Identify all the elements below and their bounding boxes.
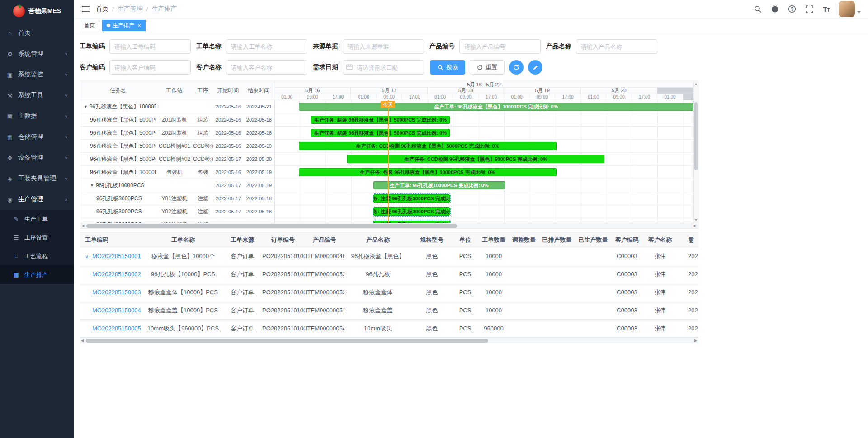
- table-horizontal-scrollbar[interactable]: ◀ ▶: [80, 338, 698, 343]
- tab-1[interactable]: 生产排产 ×: [102, 20, 146, 31]
- sidebar-item-home[interactable]: ⌂ 首页: [0, 23, 74, 43]
- sidebar-toggle-icon[interactable]: [80, 3, 91, 15]
- refresh-schedule-button[interactable]: [509, 60, 524, 75]
- breadcrumb-home[interactable]: 首页: [96, 5, 108, 13]
- gantt-bar-task[interactable]: 生产任务: CCD检测 96孔移液盒【黑色】5000PCS 完成比例: 0%: [347, 155, 604, 163]
- sidebar-item-fixture[interactable]: ◈ 工装夹具管理 ∨: [0, 168, 74, 189]
- gantt-bar-task[interactable]: 生产任务: 组装 96孔移液盒【黑色】5000PCS 完成比例: 0%: [311, 116, 450, 124]
- order-row[interactable]: MO202205150002 96孔孔板【10000】PCS客户订单PO2022…: [80, 265, 698, 283]
- customer-name-input[interactable]: [226, 60, 307, 75]
- help-icon[interactable]: ?: [787, 4, 797, 14]
- filter-field-customer-name: 客户名称: [196, 60, 307, 75]
- gantt-task-row[interactable]: 96孔移液盒【黑色】5000PCS CCD检测#01 CCD检测 2022-05…: [80, 140, 274, 153]
- scroll-left-icon[interactable]: ◀: [80, 338, 85, 343]
- orders-col-1: 工单名称: [143, 233, 223, 247]
- order-row[interactable]: MO202205150003 移液盒盒体【10000】PCS客户订单PO2022…: [80, 283, 698, 301]
- font-size-icon[interactable]: TT: [821, 4, 831, 14]
- work-order-link[interactable]: MO202205150003: [92, 289, 141, 296]
- sidebar-item-production[interactable]: ◉ 生产管理 ∧: [0, 189, 74, 210]
- work-order-link[interactable]: MO202205150005: [92, 325, 141, 332]
- order-row[interactable]: MO202205150005 10mm吸头【960000】PCS客户订单PO20…: [80, 320, 698, 338]
- filter-field-source-document: 来源单据: [313, 39, 424, 54]
- gantt-bar-task[interactable]: 生产任务: 注塑 96孔孔板3000PCS 完成比例: 0%: [373, 207, 450, 216]
- sidebar-item-master-data[interactable]: ▤ 主数据 ∨: [0, 106, 74, 127]
- customer-code-input[interactable]: [109, 60, 191, 75]
- expand-chevron-icon[interactable]: ∨: [85, 254, 92, 259]
- work-order-code-input[interactable]: [109, 39, 191, 54]
- search-button[interactable]: 搜索: [430, 60, 465, 75]
- scroll-left-icon[interactable]: ◀: [80, 223, 85, 229]
- breadcrumb-scheduling: 生产排产: [151, 5, 177, 13]
- sidebar-subitem-scheduling[interactable]: ▦ 生产排产: [0, 265, 74, 284]
- work-order-link[interactable]: MO202205150001: [92, 253, 141, 259]
- edit-schedule-button[interactable]: [528, 60, 542, 75]
- gantt-bar-order[interactable]: 生产工单: 96孔孔板10000PCS 完成比例: 0%: [373, 181, 505, 189]
- scroll-up-icon[interactable]: ▲: [694, 81, 698, 87]
- scroll-right-icon[interactable]: ▶: [693, 338, 698, 343]
- collapse-triangle-icon[interactable]: ▼: [84, 104, 88, 109]
- tab-0[interactable]: 首页: [80, 20, 99, 31]
- filter-field-product-code: 产品编号: [429, 39, 541, 54]
- sidebar-item-system-monitor[interactable]: ▣ 系统监控 ∨: [0, 64, 74, 85]
- scrollbar-thumb[interactable]: [86, 339, 488, 343]
- order-row[interactable]: ∨MO202205150001 移液盒【黑色】10000个客户订单PO20220…: [80, 247, 698, 265]
- gantt-chart-row: 生产任务: 组装 96孔移液盒【黑色】5000PCS 完成比例: 0%: [274, 113, 693, 127]
- close-icon[interactable]: ×: [137, 23, 141, 28]
- sidebar-item-equipment[interactable]: ❖ 设备管理 ∨: [0, 147, 74, 168]
- gantt-vertical-scrollbar[interactable]: ▲ ▼: [693, 81, 698, 223]
- fullscreen-icon[interactable]: [804, 4, 814, 14]
- collapse-triangle-icon[interactable]: ▼: [90, 183, 94, 188]
- product-name-input[interactable]: [576, 39, 657, 54]
- github-icon[interactable]: [770, 4, 780, 14]
- product-code-input[interactable]: [459, 39, 541, 54]
- filter-field-work-order-name: 工单名称: [196, 39, 307, 54]
- gantt-bar-task[interactable]: 生产任务: CCD检测 96孔移液盒【黑色】5000PCS 完成比例: 0%: [299, 142, 556, 150]
- gantt-task-row[interactable]: ▼ 96孔孔板10000PCS 2022-05-17 2022-05-19: [80, 179, 274, 192]
- gantt-chart-row: 生产任务: CCD检测 96孔移液盒【黑色】5000PCS 完成比例: 0%: [274, 153, 693, 166]
- sidebar-item-system-settings[interactable]: ⚙ 系统管理 ∨: [0, 43, 74, 64]
- reset-button[interactable]: 重置: [470, 60, 505, 75]
- gantt-task-row[interactable]: 96孔移液盒【黑色】5000PCS Z01组装机 组装 2022-05-16 2…: [80, 113, 274, 127]
- sidebar-subitem-process-settings[interactable]: ☰ 工序设置: [0, 228, 74, 247]
- sidebar-item-warehouse[interactable]: ▦ 仓储管理 ∨: [0, 127, 74, 147]
- demand-date-input[interactable]: [343, 60, 424, 75]
- fixture-icon: ◈: [6, 175, 14, 182]
- order-row[interactable]: MO202205150004 移液盒盒盖【10000】PCS客户订单PO2022…: [80, 301, 698, 320]
- sidebar-item-system-tools[interactable]: ⚒ 系统工具 ∨: [0, 85, 74, 106]
- work-order-link[interactable]: MO202205150004: [92, 307, 141, 314]
- search-icon[interactable]: [753, 4, 763, 14]
- gantt-task-row[interactable]: ▼ 96孔移液盒【黑色】10000PCS 2022-05-16 2022-05-…: [80, 100, 274, 113]
- gantt-bar-task[interactable]: 生产任务: 组装 96孔移液盒【黑色】5000PCS 完成比例: 0%: [311, 129, 450, 137]
- scale-hour-cell: 17:00: [555, 94, 580, 100]
- breadcrumb-production-mgmt[interactable]: 生产管理: [118, 5, 143, 13]
- sidebar-subitem-work-order[interactable]: ✎ 生产工单: [0, 210, 74, 228]
- scale-hour-cell: 17:00: [326, 94, 351, 100]
- scrollbar-thumb[interactable]: [86, 224, 457, 228]
- scrollbar-thumb[interactable]: [694, 102, 698, 170]
- chevron-down-icon: ∨: [65, 52, 68, 56]
- gantt-bar-order[interactable]: 生产工单: 96孔移液盒【黑色】10000PCS 完成比例: 0%: [299, 103, 693, 111]
- gantt-chart-row: 生产工单: 96孔孔板10000PCS 完成比例: 0%: [274, 179, 693, 192]
- gantt-task-row[interactable]: 96孔移液盒【黑色】5000PCS Z02组装机 组装 2022-05-16 2…: [80, 127, 274, 140]
- gantt-bar-task[interactable]: 生产任务: 注塑 96孔孔板3000PCS 完成比例: 0%: [373, 194, 450, 203]
- user-menu[interactable]: [839, 1, 861, 17]
- source-document-input[interactable]: [343, 39, 424, 54]
- gantt-task-row[interactable]: 96孔孔板3000PCS Y02注塑机 注塑 2022-05-17 2022-0…: [80, 205, 274, 218]
- user-avatar[interactable]: [839, 1, 855, 17]
- gantt-task-row[interactable]: 96孔移液盒【黑色】10000PCS 包装机 包装 2022-05-16 202…: [80, 166, 274, 179]
- sidebar-subitem-process-flow[interactable]: ≡ 工艺流程: [0, 247, 74, 265]
- gantt-task-row[interactable]: 96孔移液盒【黑色】5000PCS CCD检测#02 CCD检测 2022-05…: [80, 153, 274, 166]
- chevron-down-icon: ∨: [65, 156, 68, 160]
- scale-hour-cell: 01:00: [351, 94, 376, 100]
- work-order-link[interactable]: MO202205150002: [92, 271, 141, 278]
- gantt-task-row[interactable]: 96孔孔板3000PCS Y01注塑机 注塑 2022-05-17 2022-0…: [80, 192, 274, 205]
- scroll-right-icon[interactable]: ▶: [693, 223, 698, 229]
- gantt-horizontal-scrollbar[interactable]: ◀ ▶: [80, 223, 698, 228]
- gantt-table-header: 任务名工作站工序开始时间结束时间: [80, 81, 274, 100]
- work-order-name-input[interactable]: [226, 39, 307, 54]
- scroll-down-icon[interactable]: ▼: [694, 217, 698, 223]
- gantt-bar-task[interactable]: 生产任务: 包装 96孔移液盒【黑色】10000PCS 完成比例: 0%: [299, 168, 556, 176]
- app-logo[interactable]: 苦糖果MES: [0, 0, 74, 23]
- system-monitor-icon: ▣: [6, 71, 14, 78]
- gantt-task-row[interactable]: 96孔孔板3000PCS Y03注塑机 注塑 2022-05-17 2022-0…: [80, 218, 274, 223]
